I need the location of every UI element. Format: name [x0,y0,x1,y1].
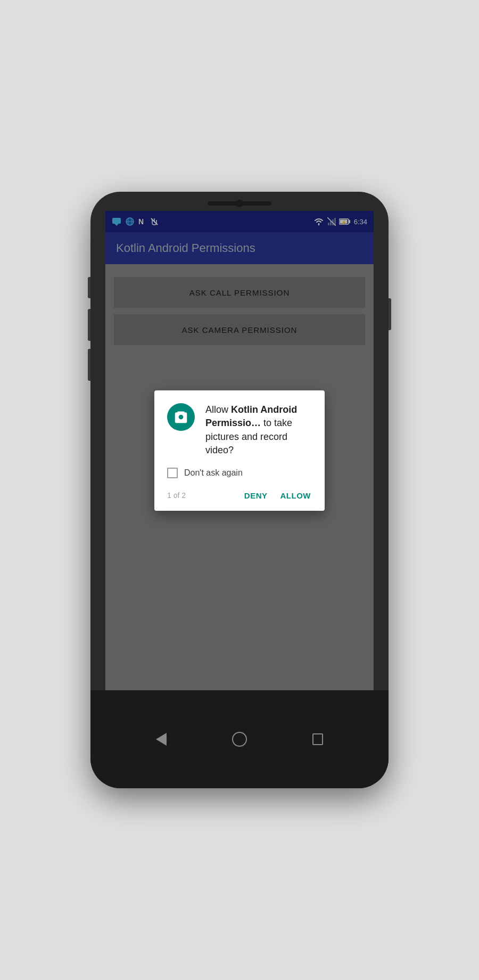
screen: N [105,211,374,690]
camera-icon-container [167,403,195,431]
recents-icon [312,733,323,745]
camera-icon [173,409,189,425]
back-icon [156,733,167,746]
dont-ask-again-row[interactable]: Don't ask again [167,468,312,478]
dialog-counter: 1 of 2 [167,491,186,500]
home-button[interactable] [230,730,249,749]
navigation-bar [90,690,389,788]
dialog-message: Allow Kotlin Android Permissio… to take … [205,403,312,457]
recents-button[interactable] [308,730,327,749]
dialog-header: Allow Kotlin Android Permissio… to take … [167,403,312,457]
dialog-footer: 1 of 2 DENY ALLOW [167,489,312,502]
permission-dialog-overlay: Allow Kotlin Android Permissio… to take … [105,211,374,690]
phone-top [90,192,389,211]
power-button[interactable] [389,298,391,330]
home-icon [232,732,247,747]
back-button[interactable] [152,730,171,749]
dont-ask-again-checkbox[interactable] [167,468,178,478]
phone-device: N [90,192,389,788]
allow-button[interactable]: ALLOW [279,489,312,502]
permission-dialog: Allow Kotlin Android Permissio… to take … [154,390,325,511]
dialog-actions: DENY ALLOW [243,489,312,502]
front-camera [236,200,243,207]
dont-ask-again-label: Don't ask again [184,468,243,478]
volume-silent-button[interactable] [88,277,90,298]
volume-down-button[interactable] [88,349,90,381]
deny-button[interactable]: DENY [243,489,269,502]
volume-up-button[interactable] [88,309,90,341]
